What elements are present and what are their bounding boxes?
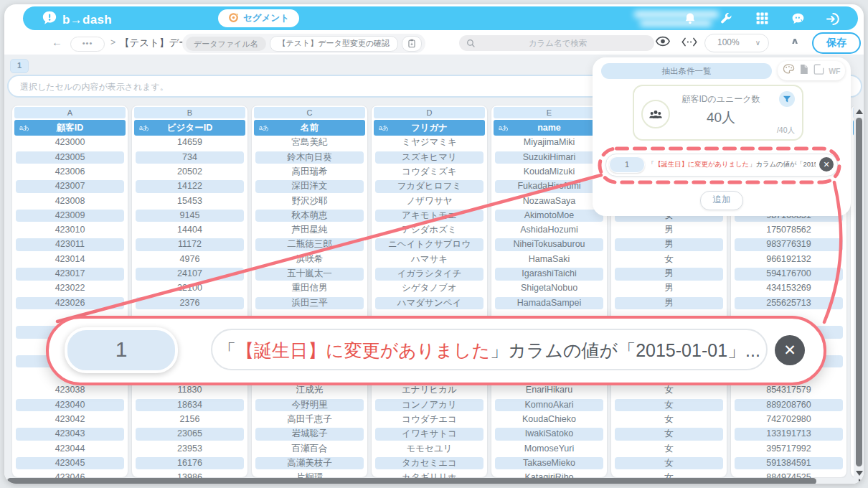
scroll-down-arrow[interactable] xyxy=(856,471,863,476)
add-condition-button[interactable]: 追加 xyxy=(700,191,743,210)
table-cell[interactable]: MomoseYuri xyxy=(495,443,603,456)
table-cell[interactable]: HamaSaki xyxy=(495,253,603,266)
table-cell[interactable]: 423005 xyxy=(16,151,124,164)
table-cell[interactable]: 女 xyxy=(615,428,723,441)
column-header[interactable]: aあ xyxy=(853,120,854,136)
datafile-name-chip[interactable]: 【テスト】データ型変更の確認 xyxy=(270,36,399,52)
table-cell[interactable]: ハマダサンペイ xyxy=(375,297,483,310)
table-cell[interactable]: 18634 xyxy=(136,399,244,412)
table-cell[interactable]: 423046 xyxy=(16,471,124,478)
table-cell[interactable]: 深田洋文 xyxy=(255,180,364,193)
table-cell[interactable]: 24107 xyxy=(136,268,244,281)
table-cell[interactable]: 11172 xyxy=(136,238,244,251)
table-cell[interactable]: コウダチエコ xyxy=(375,413,483,426)
workflow-button[interactable]: WF xyxy=(829,67,840,75)
table-cell[interactable]: 浜田三平 xyxy=(255,297,364,310)
scroll-left-arrow[interactable] xyxy=(4,479,6,484)
export-copy-icon[interactable] xyxy=(813,64,824,78)
code-view-icon[interactable] xyxy=(681,37,697,50)
table-cell[interactable]: 423040 xyxy=(16,399,124,412)
table-cell[interactable]: シゲタノブオ xyxy=(375,282,483,295)
table-cell[interactable]: 重田信男 xyxy=(255,282,364,295)
table-cell[interactable]: 高田千恵子 xyxy=(255,413,364,426)
bdash-logo[interactable]: b→dash xyxy=(42,10,112,29)
scroll-up-arrow[interactable] xyxy=(856,109,863,114)
callout-remove-button[interactable]: ✕ xyxy=(775,335,805,365)
preview-eye-icon[interactable] xyxy=(656,36,670,50)
palette-icon[interactable] xyxy=(783,64,795,78)
table-cell[interactable]: 742702980 xyxy=(735,413,843,426)
table-cell[interactable]: 889208760 xyxy=(735,399,843,412)
table-cell[interactable]: 16176 xyxy=(136,457,244,470)
copy-clipboard-button[interactable] xyxy=(402,36,422,52)
table-cell[interactable]: 高瀬美枝子 xyxy=(255,457,364,470)
support-chat-icon[interactable] xyxy=(791,11,805,26)
column-letter[interactable]: B xyxy=(134,107,245,118)
table-cell[interactable]: 423026 xyxy=(16,297,124,310)
table-cell[interactable]: イワキサトコ xyxy=(375,428,483,441)
back-arrow-button[interactable]: ← xyxy=(52,36,62,48)
table-cell[interactable]: 今野明里 xyxy=(255,399,364,412)
table-cell[interactable]: 女 xyxy=(615,253,723,266)
condition-remove-button[interactable]: ✕ xyxy=(819,157,834,172)
table-cell[interactable]: MiyajimaMiki xyxy=(495,136,603,149)
table-cell[interactable]: 423011 xyxy=(16,238,124,251)
table-cell[interactable]: 女 xyxy=(615,471,723,478)
column-letter[interactable]: A xyxy=(14,107,126,118)
wrench-icon[interactable] xyxy=(719,11,733,26)
table-cell[interactable]: 鈴木向日葵 xyxy=(255,151,364,164)
more-breadcrumb-button[interactable]: ••• xyxy=(70,37,105,52)
table-cell[interactable]: 2156 xyxy=(136,413,244,426)
table-cell[interactable]: ニヘイトクサブロウ xyxy=(375,238,483,251)
table-cell[interactable]: イガラシタイチ xyxy=(375,268,483,281)
save-button[interactable]: 保存 xyxy=(812,32,861,54)
column-letter[interactable]: C xyxy=(254,107,365,118)
table-cell[interactable]: 片桐環 xyxy=(255,471,364,478)
table-cell[interactable]: 854317579 xyxy=(735,384,843,397)
table-cell[interactable]: TakaseMieko xyxy=(495,457,603,470)
column-header[interactable]: aあビジターID xyxy=(134,120,245,136)
table-cell[interactable]: 423038 xyxy=(16,384,124,397)
column-letter[interactable]: E xyxy=(494,107,605,118)
table-cell[interactable]: 女 xyxy=(615,413,723,426)
table-cell[interactable]: IgarashiTaichi xyxy=(495,268,603,281)
table-cell[interactable]: 芦田星純 xyxy=(255,224,364,237)
logout-icon[interactable] xyxy=(825,11,839,26)
table-cell[interactable]: FukadaHirofumi xyxy=(495,180,603,193)
table-cell[interactable]: 423043 xyxy=(16,428,124,441)
table-cell[interactable]: 423009 xyxy=(16,210,124,222)
column-header[interactable]: aあ顧客ID xyxy=(14,120,126,136)
table-cell[interactable]: スズキヒマリ xyxy=(375,151,483,164)
table-cell[interactable]: 423007 xyxy=(16,180,124,193)
table-cell[interactable]: カタギリリホ xyxy=(375,471,483,478)
table-cell[interactable]: ShigetaNobuo xyxy=(495,282,603,295)
table-cell[interactable]: 14404 xyxy=(136,224,244,237)
table-cell[interactable]: KoudaChieko xyxy=(495,413,603,426)
table-cell[interactable]: 423045 xyxy=(16,457,124,470)
table-cell[interactable]: AshidaHozumi xyxy=(495,224,603,237)
table-cell[interactable]: 浜咲希 xyxy=(255,253,364,266)
table-cell[interactable]: コウダミズキ xyxy=(375,166,483,179)
column-letter[interactable]: H xyxy=(853,107,854,118)
table-cell[interactable]: ハマサキ xyxy=(375,253,483,266)
table-cell[interactable]: 423000 xyxy=(16,136,124,149)
table-cell[interactable]: 423010 xyxy=(16,224,124,237)
table-cell[interactable]: KatagiriRiho xyxy=(495,471,603,478)
table-cell[interactable]: KomnoAkari xyxy=(495,399,603,412)
table-cell[interactable]: 女 xyxy=(615,399,723,412)
table-cell[interactable]: ノザワサヤ xyxy=(375,195,483,208)
table-cell[interactable]: IwakiSatoko xyxy=(495,428,603,441)
sheet-tab-1[interactable]: 1 xyxy=(10,59,29,73)
search-input[interactable] xyxy=(476,38,640,48)
column-header[interactable]: aあフリガナ xyxy=(374,120,485,136)
table-cell[interactable]: 男 xyxy=(615,282,723,295)
table-cell[interactable]: 734 xyxy=(136,151,244,164)
table-cell[interactable]: 13986 xyxy=(136,471,244,478)
table-cell[interactable]: 395717992 xyxy=(735,443,843,456)
table-cell[interactable]: KoudaMizuki xyxy=(495,166,603,179)
apps-grid-icon[interactable] xyxy=(755,11,770,26)
table-cell[interactable]: 二瓶徳三郎 xyxy=(255,238,364,251)
table-cell[interactable]: 423022 xyxy=(16,282,124,295)
table-cell[interactable]: 14122 xyxy=(136,180,244,193)
nav-chip-segment[interactable]: セグメント xyxy=(218,9,299,27)
